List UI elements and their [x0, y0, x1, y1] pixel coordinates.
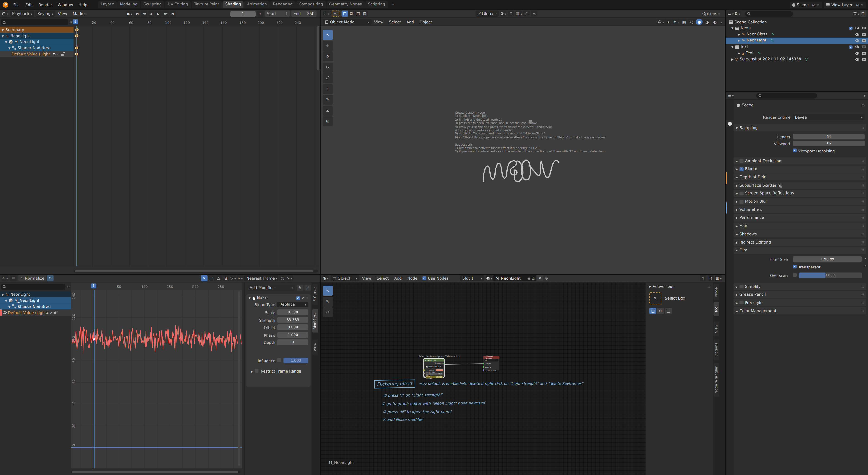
view-menu[interactable]: View: [55, 11, 70, 16]
lock-icon[interactable]: [54, 312, 57, 315]
object-visibility-button[interactable]: ▾: [657, 19, 664, 25]
scale-field[interactable]: 0.300: [277, 309, 308, 315]
tab-modifiers[interactable]: Modifiers: [312, 309, 318, 333]
render-visibility-icon[interactable]: [862, 46, 866, 48]
hide-icon[interactable]: [855, 58, 859, 61]
restrict-range-checkbox[interactable]: [255, 369, 258, 373]
v-scrollbar[interactable]: [238, 291, 240, 466]
slot-dropdown[interactable]: Slot 1▾: [460, 275, 485, 281]
channel-search-input[interactable]: [1, 19, 68, 25]
add-menu[interactable]: Add: [404, 20, 417, 24]
node-neonlight-group[interactable]: ▼NeonLight⧉ Emission NodeGroup001 Light …: [424, 358, 444, 378]
hide-icon[interactable]: [855, 52, 859, 54]
filter-button[interactable]: ▽▾: [853, 10, 860, 17]
record-button[interactable]: ●▾: [126, 10, 133, 17]
section-checkbox[interactable]: [740, 200, 743, 203]
animate-dot-icon[interactable]: •: [864, 264, 866, 269]
tab-layout[interactable]: Layout: [98, 1, 117, 8]
tab-animation[interactable]: Animation: [244, 1, 270, 8]
material-name-field[interactable]: M_NeonLight◈⧉: [494, 275, 536, 281]
noise-modifier-header[interactable]: ▼ ● Noise ✓ ✕ ⠿: [246, 294, 311, 302]
menu-file[interactable]: File: [10, 2, 23, 7]
light-strength-value[interactable]: 106.626: [436, 376, 442, 378]
phase-field[interactable]: 1.000: [277, 332, 308, 337]
view-layer-selector[interactable]: View Layer ⧉ ✕: [824, 1, 866, 8]
influence-checkbox[interactable]: [277, 358, 281, 362]
channel-default-value[interactable]: Default Value (Light Stre⚙✓: [0, 51, 74, 57]
active-tool-panel-header[interactable]: ▼ Active Tool ⠿: [646, 282, 713, 291]
properties-search-input[interactable]: [756, 93, 817, 98]
row-object-text[interactable]: ▶aText∿: [726, 50, 868, 56]
tool-annotate[interactable]: ✎: [323, 297, 333, 306]
snap-dropdown[interactable]: Nearest Frame▾: [244, 275, 278, 281]
channel-enable-checkbox[interactable]: ✓: [50, 311, 53, 314]
scene-selector[interactable]: Scene ⧉ ✕: [790, 1, 822, 8]
select-menu[interactable]: Select: [386, 20, 404, 24]
jump-to-start-button[interactable]: ▮◀: [133, 10, 140, 17]
tab-fcurve[interactable]: F-Curve: [312, 284, 318, 305]
parent-node-tree-icon[interactable]: ↰: [700, 275, 706, 281]
channel-m-neonlight[interactable]: ▼M_NeonLight: [0, 297, 71, 303]
collapsed-menus-button[interactable]: ≡: [10, 275, 17, 281]
tool-select-box[interactable]: ↖: [323, 30, 333, 40]
tab-compositing[interactable]: Compositing: [296, 1, 326, 8]
v-scrollbar[interactable]: [317, 26, 319, 70]
section-simplify[interactable]: ▶Simplify⠿: [734, 283, 866, 290]
channel-neonlight[interactable]: ▼∿NeonLight: [0, 291, 71, 297]
outliner-search-input[interactable]: [745, 11, 793, 16]
render-visibility-icon[interactable]: [862, 39, 866, 42]
output-target[interactable]: All: [485, 359, 487, 361]
pin-icon[interactable]: ⊙: [861, 103, 865, 108]
tab-object[interactable]: [726, 173, 733, 183]
tab-view[interactable]: View: [714, 321, 719, 336]
delete-view-layer-icon[interactable]: ✕: [860, 2, 864, 7]
viewport-denoising-checkbox[interactable]: ✓: [793, 148, 797, 152]
drag-handle-icon[interactable]: ⠿: [306, 296, 308, 299]
emission-socket[interactable]: [443, 362, 444, 364]
play-reverse-button[interactable]: ◀: [148, 10, 154, 17]
render-samples-field[interactable]: 64: [793, 134, 865, 140]
frame-view-icon[interactable]: ⧉: [223, 275, 229, 281]
select-mode-subtract-icon[interactable]: □: [355, 10, 361, 17]
row-collection-neon[interactable]: ▼Neon✓: [726, 25, 868, 31]
pin-icon[interactable]: ⊙: [545, 276, 548, 280]
h-scrollbar[interactable]: [74, 270, 318, 272]
normalize-refresh-button[interactable]: ⟳: [47, 275, 54, 281]
tool-links-cut[interactable]: ✂: [323, 307, 333, 317]
section-volumetrics[interactable]: ▶Volumetrics⠿: [734, 206, 866, 213]
editor-type-button[interactable]: ▾: [2, 10, 8, 17]
frame-end-field[interactable]: End250: [291, 10, 316, 17]
h-scrollbar[interactable]: [71, 471, 240, 473]
render-visibility-icon[interactable]: [862, 33, 866, 36]
channel-summary[interactable]: ▼Summary: [0, 27, 74, 33]
tool-add-primitive[interactable]: ⊞: [323, 116, 333, 126]
light-color-socket[interactable]: [423, 369, 425, 371]
light-color-swatch[interactable]: [435, 369, 443, 371]
playhead[interactable]: [76, 26, 77, 266]
display-mode-button[interactable]: ≡▾: [727, 10, 734, 17]
channel-enable-checkbox[interactable]: ✓: [57, 52, 60, 56]
play-button[interactable]: ▶: [155, 10, 162, 17]
row-collection-text[interactable]: ▼text✓: [726, 44, 868, 50]
viewport-samples-field[interactable]: 16: [793, 141, 865, 146]
easing-button[interactable]: ∿▾: [286, 275, 293, 281]
section-screen-space-reflections[interactable]: ▶Screen Space Reflections⠿: [734, 190, 866, 197]
channel-neonlight[interactable]: ▼∿NeonLight: [0, 33, 74, 39]
tab-tool[interactable]: Tool: [714, 302, 719, 316]
copy-material-icon[interactable]: ⧉: [532, 276, 534, 280]
view-menu[interactable]: View: [372, 20, 386, 24]
strength-socket[interactable]: [423, 376, 425, 378]
render-engine-dropdown[interactable]: Eevee▾: [793, 114, 865, 120]
section-motion-blur[interactable]: ▶Motion Blur⠿: [734, 198, 866, 205]
modifier-enable-checkbox[interactable]: ✓: [296, 296, 300, 300]
tab-rendering[interactable]: Rendering: [270, 1, 296, 8]
snap-node-icon[interactable]: U: [708, 275, 714, 281]
tab-node[interactable]: Node: [714, 284, 719, 300]
tab-node-wrangler[interactable]: Node Wrangler: [714, 363, 719, 397]
select-mode-extend-icon[interactable]: ⧉: [657, 308, 664, 314]
influence-field[interactable]: 1.000: [283, 358, 308, 363]
tool-transform[interactable]: ⊹: [323, 84, 333, 94]
shading-wireframe-icon[interactable]: ○: [688, 19, 695, 25]
select-mode-new-icon[interactable]: □: [342, 10, 348, 17]
marker-menu[interactable]: Marker: [70, 11, 89, 16]
